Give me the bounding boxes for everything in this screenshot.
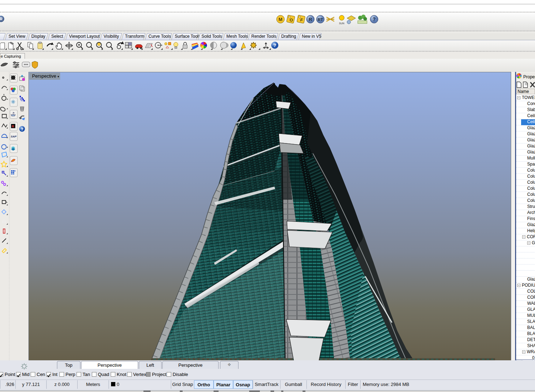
svg-text:R: R — [12, 125, 14, 128]
svg-text:?: ? — [373, 16, 376, 22]
svg-text:R: R — [309, 17, 312, 22]
svg-text:?: ? — [273, 43, 276, 48]
svg-text:?: ? — [21, 127, 23, 131]
svg-text:M: M — [279, 17, 283, 22]
svg-text:SAP: SAP — [11, 135, 17, 138]
svg-text:RT: RT — [318, 17, 323, 22]
svg-text:SUN: SUN — [339, 22, 345, 25]
